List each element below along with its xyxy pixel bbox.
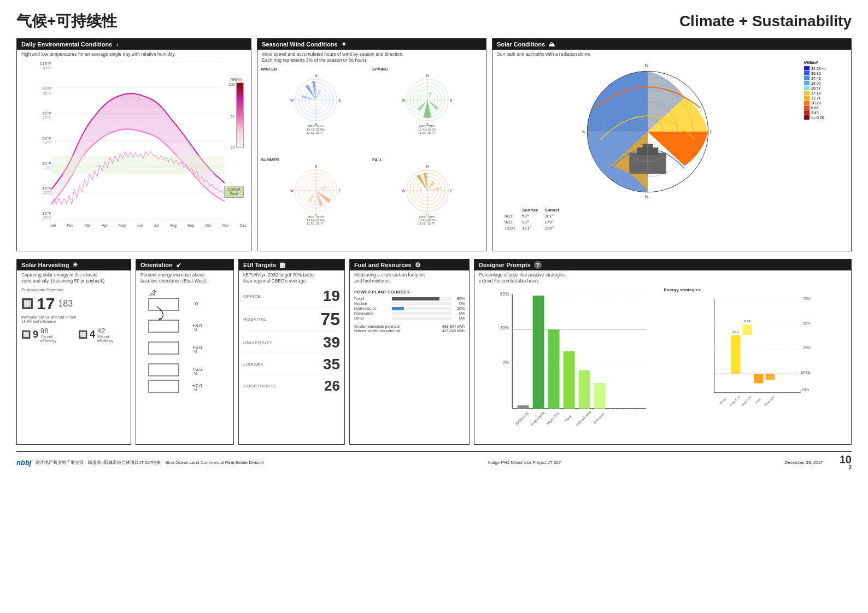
- pv-main-numbers: 🔲 17 183: [21, 294, 126, 313]
- fall-label: FALL: [372, 157, 383, 162]
- designer-title: Designer Prompts: [479, 262, 531, 268]
- y-label-5: 10°F -12°C: [21, 186, 51, 194]
- y-label-3: 50°F 10°C: [21, 136, 51, 145]
- svg-text:BASE: BASE: [719, 397, 726, 404]
- footer-logo: nbbj: [16, 458, 31, 467]
- y-label-1: 90°F 32°C: [21, 86, 51, 95]
- footer: nbbj 远洋地产商业地产事业部 顾堤港II期城市综合体项目JT-627地块 S…: [16, 451, 852, 470]
- svg-text:E: E: [710, 130, 713, 134]
- panel-seasonal: Seasonal Wind Conditions ✦ Wind speed an…: [257, 38, 486, 251]
- month-sep: Sep: [187, 223, 194, 227]
- footer-center: Indigo PH2 Mixed Use Project JT-627: [488, 460, 561, 465]
- svg-text:Dehumid: Dehumid: [593, 412, 605, 425]
- panel-daily: Daily Environmental Conditions ↓ High an…: [16, 38, 251, 251]
- fall-data: MPSMPH 13.41+30.00+ 11.5225.77: [418, 215, 437, 225]
- eui-title: EUI Targets: [243, 262, 276, 268]
- svg-text:W: W: [582, 130, 586, 134]
- svg-rect-66: [149, 320, 179, 332]
- svg-text:75%: 75%: [803, 297, 810, 301]
- svg-rect-65: [149, 298, 179, 310]
- legend-color-1: [804, 71, 810, 75]
- eui-row-office: OFFICE 19: [243, 287, 340, 307]
- solar-title: Solar Conditions: [497, 41, 545, 48]
- renewable-track: [392, 312, 451, 315]
- temperature-chart-svg: [51, 61, 225, 220]
- month-jan: Jan: [50, 223, 56, 227]
- daily-subtitle: High and low temperatures for an average…: [17, 50, 251, 58]
- spring-rose-svg: N S W E: [400, 73, 455, 127]
- svg-rect-67: [149, 342, 179, 354]
- comfort-zone-band: [51, 156, 225, 174]
- page-num-sub: 2: [840, 465, 852, 470]
- pv-item-0: 🔲 9 98 7% cell efficiency: [21, 327, 69, 343]
- eui-title-bar: EUI Targets ▦: [239, 260, 344, 270]
- svg-rect-115: [731, 335, 740, 374]
- summer-label: SUMMER: [261, 157, 279, 162]
- svg-text:0: 0: [195, 301, 198, 306]
- solar-dome: N N: [496, 61, 800, 241]
- svg-text:%: %: [194, 372, 197, 375]
- fuel-subtitle: Measuring a city's carbon footprintand f…: [350, 270, 469, 285]
- rh-label: RH(%): [228, 78, 244, 81]
- svg-rect-118: [765, 374, 775, 380]
- svg-text:N: N: [426, 74, 429, 78]
- footer-project-name: Indigo PH2 Mixed Use Project JT-627: [488, 460, 561, 465]
- winter-data: MPSMPH 13.41+30.00+ 11.5225.77: [307, 125, 325, 134]
- fuel-section-title: POWER PLANT SOURCES: [354, 290, 465, 294]
- eui-value-hospital: 75: [320, 309, 340, 329]
- svg-text:9.74: 9.74: [744, 320, 750, 323]
- daily-title: Daily Environmental Conditions: [21, 41, 112, 48]
- seasonal-subtitle: Wind speed and accumulated hours of wind…: [257, 50, 486, 64]
- month-mar: Mar: [84, 223, 91, 227]
- legend-row-5: 17.14: [804, 91, 848, 95]
- fuel-content: POWER PLANT SOURCES Fossil 80% Nuclear: [350, 285, 469, 335]
- legend-row-6: 13.71: [804, 96, 848, 100]
- legend-color-10: [804, 115, 810, 120]
- footer-right: December 29, 2017 10 2: [784, 454, 852, 470]
- svg-text:E: E: [450, 98, 453, 102]
- svg-text:W: W: [402, 189, 405, 193]
- month-nov: Nov: [222, 223, 228, 227]
- svg-text:50%: 50%: [803, 321, 810, 325]
- svg-rect-116: [742, 325, 752, 335]
- footer-company-chinese: 远洋地产商业地产事业部: [36, 459, 84, 465]
- svg-text:Fans: Fans: [754, 397, 761, 404]
- pv-potential-label: Photovoltaic Potential: [21, 287, 126, 292]
- pv-main-val: 183: [58, 299, 73, 309]
- fuel-bar-area: Fossil 80% Nuclear 0% Hydr: [354, 297, 465, 320]
- eui-row-library: LIBRARY 35: [243, 356, 340, 375]
- onsite-row-0: Onsite renewable potential 481,804 kWh: [354, 325, 465, 328]
- pv-main-num: 17: [37, 294, 55, 313]
- svg-text:0%: 0%: [503, 360, 509, 365]
- svg-text:BASE: BASE: [800, 370, 810, 374]
- y-label-4: 30°F -1°C: [21, 161, 51, 170]
- sunrise-sunset-table: Sunrise Sunset 6/21 59° 301° 9/21 90°: [501, 207, 800, 231]
- fuel-icon: ⚙: [415, 261, 421, 269]
- seasonal-title-bar: Seasonal Wind Conditions ✦: [257, 39, 486, 50]
- eui-value-library: 35: [323, 356, 340, 373]
- fuel-bar-other: Other 0%: [354, 316, 465, 320]
- svg-rect-117: [754, 374, 763, 383]
- legend-row-8: 6.86: [804, 105, 848, 110]
- svg-text:E: E: [339, 189, 341, 193]
- energy-chart: Energy strategies 75% 50% 25% BASE -25%: [664, 287, 848, 440]
- y-axis-labels: 110°F 43°C 90°F 32°C 70°F 21°C 50°F 10°C: [21, 61, 51, 220]
- page-container: 气候+可持续性 Climate + Sustainability Daily E…: [0, 0, 868, 613]
- solar-harvest-content: Photovoltaic Potential 🔲 17 183 kWh/year…: [17, 285, 131, 345]
- svg-text:N: N: [315, 164, 318, 168]
- orientation-title-bar: Orientation ↙: [136, 260, 233, 270]
- legend-row-1: 30.85: [804, 71, 848, 75]
- svg-text:N: N: [645, 63, 648, 68]
- onsite-row-1: Natural ventilation potential 423,843 kW…: [354, 329, 465, 333]
- wind-rose-winter: WINTER N S W E: [261, 67, 371, 156]
- footer-date: December 29, 2017: [784, 460, 823, 465]
- other-track: [392, 317, 451, 320]
- rh-legend: RH(%) 100 50 10: [228, 78, 244, 149]
- solar-dome-svg: N N: [496, 61, 800, 203]
- daily-icon: ↓: [115, 40, 119, 48]
- daily-chart: 110°F 43°C 90°F 32°C 70°F 21°C 50°F 10°C: [21, 61, 247, 220]
- svg-text:Evaporative: Evaporative: [530, 410, 546, 427]
- y-label-0: 110°F 43°C: [21, 61, 51, 70]
- solar-title-bar: Solar Conditions ⛰: [492, 39, 851, 50]
- svg-rect-99: [579, 370, 590, 409]
